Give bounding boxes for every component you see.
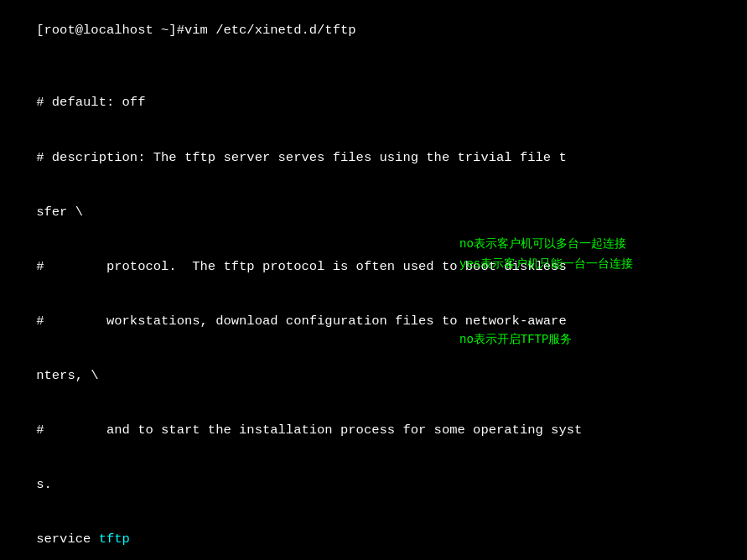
comment-and-2: s. — [5, 458, 742, 512]
terminal-window: [root@localhost ~]#vim /etc/xinetd.d/tft… — [0, 0, 747, 560]
comment-workstations-1: # workstations, download configuration f… — [5, 294, 742, 349]
comment-workstations-2: nters, \ — [5, 349, 742, 403]
wait-annotation-1: no表示客户机可以多台一起连接 — [459, 236, 626, 251]
comment-default: # default: off — [5, 76, 742, 131]
comment-desc-1: # description: The tftp server serves fi… — [5, 131, 742, 185]
comment-desc-2: sfer \ — [5, 185, 742, 240]
comment-and-1: # and to start the installation process … — [5, 403, 742, 458]
disable-annotation: no表示开启TFTP服务 — [459, 332, 572, 347]
command-line: [root@localhost ~]#vim /etc/xinetd.d/tft… — [5, 3, 742, 58]
service-line: service tftp — [5, 512, 742, 560]
blank-line-1 — [5, 58, 742, 76]
cmd-text: [root@localhost ~]#vim /etc/xinetd.d/tft… — [36, 23, 355, 38]
wait-annotation-2: yes表示客户机只能一台一台连接 — [459, 257, 633, 272]
